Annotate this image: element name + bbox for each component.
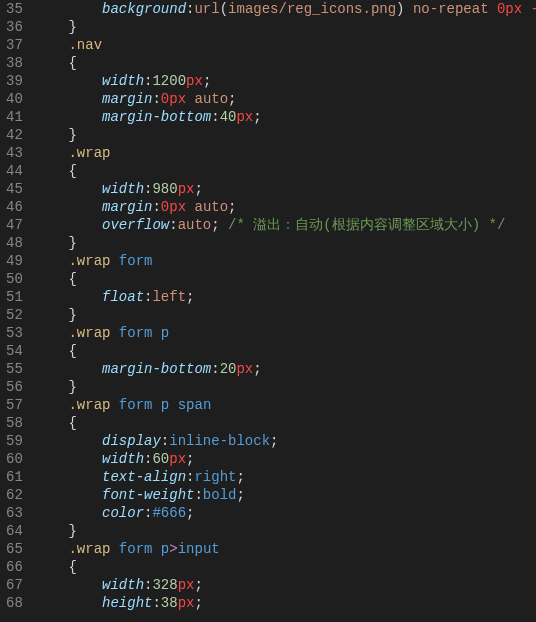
token-punc: ; [186,289,194,305]
token-punc: ; [228,199,236,215]
line-number: 52 [6,306,23,324]
code-line[interactable]: .wrap [35,144,536,162]
token-sel-tag: form [119,397,153,413]
line-number: 40 [6,90,23,108]
code-line[interactable]: width:328px; [35,576,536,594]
code-line[interactable]: } [35,18,536,36]
token-num: 980 [152,181,177,197]
line-number: 38 [6,54,23,72]
line-number: 49 [6,252,23,270]
code-line[interactable]: } [35,522,536,540]
line-number: 62 [6,486,23,504]
token-prop: margin-bottom [102,361,211,377]
token-punc: : [169,217,177,233]
token-sel-class: .wrap [68,541,110,557]
token-numerr: px [169,199,186,215]
line-number: 41 [6,108,23,126]
token-num: 328 [152,577,177,593]
line-number: 51 [6,288,23,306]
code-line[interactable]: width:980px; [35,180,536,198]
token-numerr: px [169,451,186,467]
token-prop: background [102,1,186,17]
token-brace: { [68,415,76,431]
code-line[interactable]: display:inline-block; [35,432,536,450]
token-prop: text-align [102,469,186,485]
token-punc [110,397,118,413]
code-line[interactable]: { [35,558,536,576]
token-numerr: px [178,577,195,593]
token-sel-class: .wrap [68,325,110,341]
token-sel-class: .wrap [68,145,110,161]
code-line[interactable]: width:1200px; [35,72,536,90]
token-prop: color [102,505,144,521]
line-number: 61 [6,468,23,486]
code-editor[interactable]: 3536373839404142434445464748495051525354… [0,0,536,622]
code-line[interactable]: { [35,342,536,360]
token-numerr: px [178,595,195,611]
line-number: 35 [6,0,23,18]
code-line[interactable]: margin:0px auto; [35,90,536,108]
token-num: 1200 [152,73,186,89]
code-line[interactable]: margin-bottom:40px; [35,108,536,126]
code-line[interactable]: } [35,234,536,252]
line-number: 58 [6,414,23,432]
code-line[interactable]: margin-bottom:20px; [35,360,536,378]
code-line[interactable]: margin:0px auto; [35,198,536,216]
code-line[interactable]: color:#666; [35,504,536,522]
line-number: 42 [6,126,23,144]
code-line[interactable]: .wrap form p span [35,396,536,414]
token-punc [110,325,118,341]
code-line[interactable]: float:left; [35,288,536,306]
code-line[interactable]: text-align:right; [35,468,536,486]
token-numerr: px [236,109,253,125]
line-number: 43 [6,144,23,162]
token-sel-class: .wrap [68,397,110,413]
code-line[interactable]: overflow:auto; /* 溢出：自动(根据内容调整区域大小) */ [35,216,536,234]
token-val: no-repeat [413,1,489,17]
token-punc [220,217,228,233]
token-brace: { [68,163,76,179]
token-val: left [152,289,186,305]
token-punc: : [152,91,160,107]
token-punc: ; [253,109,261,125]
token-punc: ; [194,577,202,593]
code-line[interactable]: { [35,414,536,432]
token-punc [522,1,530,17]
code-line[interactable]: .wrap form p [35,324,536,342]
token-punc: ; [194,181,202,197]
code-line[interactable]: height:38px; [35,594,536,612]
token-punc: : [194,487,202,503]
code-line[interactable]: .nav [35,36,536,54]
code-line[interactable]: width:60px; [35,450,536,468]
code-line[interactable]: } [35,126,536,144]
token-val: auto [194,91,228,107]
token-punc: ; [236,469,244,485]
line-number: 37 [6,36,23,54]
token-punc: ; [253,361,261,377]
line-number: 63 [6,504,23,522]
token-num: 40 [220,109,237,125]
token-sel-tag: p [161,325,169,341]
line-number: 66 [6,558,23,576]
token-prop: width [102,577,144,593]
token-sel-cmb: > [169,541,177,557]
code-line[interactable]: { [35,270,536,288]
token-punc: : [152,595,160,611]
code-line[interactable]: } [35,378,536,396]
code-line[interactable]: .wrap form [35,252,536,270]
code-line[interactable]: background:url(images/reg_icons.png) no-… [35,0,536,18]
line-number: 53 [6,324,23,342]
line-number: 44 [6,162,23,180]
code-line[interactable]: .wrap form p>input [35,540,536,558]
code-line[interactable]: } [35,306,536,324]
token-sel-tag: form [119,325,153,341]
code-line[interactable]: font-weight:bold; [35,486,536,504]
token-valblue: #666 [152,505,186,521]
token-prop: margin [102,199,152,215]
token-num: 20 [220,361,237,377]
code-line[interactable]: { [35,54,536,72]
code-area[interactable]: background:url(images/reg_icons.png) no-… [33,0,536,622]
code-line[interactable]: { [35,162,536,180]
token-punc: : [211,361,219,377]
token-punc: : [152,199,160,215]
